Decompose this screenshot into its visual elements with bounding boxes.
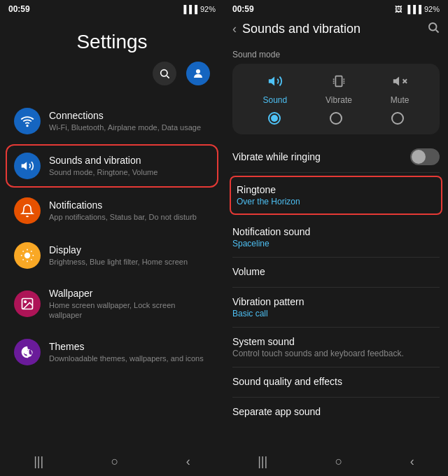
- vibration-pattern-row[interactable]: Vibration pattern Basic call: [232, 288, 440, 328]
- svg-point-15: [24, 301, 27, 303]
- svg-line-12: [23, 259, 24, 260]
- right-bottom-nav: ||| ○ ‹: [224, 449, 448, 476]
- sound-mode-vibrate-icon: [331, 74, 346, 92]
- sound-mode-section-label: Sound mode: [232, 44, 440, 64]
- vibrate-while-ringing-row[interactable]: Vibrate while ringing: [232, 141, 440, 173]
- notifications-title: Notifications: [49, 199, 210, 211]
- svg-line-17: [436, 30, 439, 33]
- notifications-subtitle: App notifications, Status bar, Do not di…: [49, 212, 210, 222]
- display-title: Display: [49, 244, 210, 256]
- profile-button[interactable]: [186, 62, 210, 85]
- right-header-left: ‹ Sounds and vibration: [232, 22, 360, 36]
- settings-item-sounds[interactable]: Sounds and vibration Sound mode, Rington…: [6, 144, 218, 188]
- connections-subtitle: Wi-Fi, Bluetooth, Airplane mode, Data us…: [49, 122, 210, 132]
- left-bottom-nav: ||| ○ ‹: [0, 449, 224, 476]
- radio-mute[interactable]: [391, 112, 404, 125]
- right-time: 00:59: [232, 4, 254, 14]
- separate-app-row[interactable]: Separate app sound: [232, 398, 440, 427]
- vibrate-toggle[interactable]: [410, 148, 440, 165]
- wallpaper-subtitle: Home screen wallpaper, Lock screen wallp…: [49, 300, 210, 321]
- sound-mode-sound-label: Sound: [262, 95, 287, 105]
- right-nav-back[interactable]: ‹: [410, 454, 414, 469]
- notification-sound-value: Spaceline: [232, 239, 440, 248]
- right-title: Sounds and vibration: [242, 22, 360, 36]
- search-row: [11, 62, 213, 85]
- wallpaper-title: Wallpaper: [49, 287, 210, 300]
- svg-point-16: [429, 23, 437, 31]
- separate-app-title: Separate app sound: [232, 406, 440, 417]
- wallpaper-text: Wallpaper Home screen wallpaper, Lock sc…: [49, 287, 210, 321]
- display-subtitle: Brightness, Blue light filter, Home scre…: [49, 257, 210, 267]
- right-nav-home[interactable]: ○: [335, 454, 343, 469]
- svg-rect-19: [335, 76, 342, 87]
- notification-sound-title: Notification sound: [232, 226, 440, 237]
- svg-point-0: [161, 70, 167, 76]
- svg-marker-18: [269, 77, 274, 86]
- system-sound-title: System sound: [232, 336, 440, 347]
- svg-point-3: [27, 125, 28, 127]
- settings-item-display[interactable]: Display Brightness, Blue light filter, H…: [6, 234, 218, 277]
- sound-option-vibrate[interactable]: Vibrate: [326, 74, 352, 105]
- notifications-text: Notifications App notifications, Status …: [49, 199, 210, 222]
- settings-item-themes[interactable]: Themes Downloadable themes, wallpapers, …: [6, 330, 218, 374]
- left-status-bar: 00:59 ▐▐▐ 92%: [0, 0, 224, 17]
- left-nav-back[interactable]: ‹: [186, 454, 190, 469]
- sound-quality-row[interactable]: Sound quality and effects: [232, 368, 440, 398]
- right-photo-icon: 🖼: [395, 5, 402, 13]
- sound-option-mute[interactable]: Mute: [391, 74, 410, 105]
- settings-item-notifications[interactable]: Notifications App notifications, Status …: [6, 189, 218, 232]
- signal-icon: ▐▐▐: [181, 5, 197, 13]
- radio-sound[interactable]: [268, 112, 281, 125]
- sound-mode-card: Sound Vibrate: [232, 64, 440, 134]
- ringtone-row[interactable]: Ringtone Over the Horizon: [230, 176, 442, 215]
- radio-sound-inner: [271, 115, 278, 122]
- themes-subtitle: Downloadable themes, wallpapers, and ico…: [49, 354, 210, 363]
- sound-mode-vibrate-label: Vibrate: [326, 95, 352, 105]
- settings-title-area: Settings: [0, 17, 224, 99]
- system-sound-subtitle: Control touch sounds and keyboard feedba…: [232, 349, 440, 358]
- left-nav-home[interactable]: ○: [111, 454, 119, 469]
- sound-mode-sound-icon: [267, 74, 283, 92]
- settings-list: Connections Wi-Fi, Bluetooth, Airplane m…: [0, 99, 224, 449]
- sound-option-sound[interactable]: Sound: [262, 74, 287, 105]
- right-nav-recent[interactable]: |||: [258, 454, 267, 469]
- vibrate-label: Vibrate while ringing: [232, 151, 321, 162]
- radio-vibrate[interactable]: [330, 112, 342, 125]
- right-status-bar: 00:59 🖼 ▐▐▐ 92%: [224, 0, 448, 17]
- wallpaper-icon: [14, 290, 41, 317]
- ringtone-title: Ringtone: [237, 184, 435, 195]
- svg-line-1: [167, 76, 169, 78]
- right-content: Sound mode Sound: [224, 44, 448, 449]
- volume-row[interactable]: Volume: [232, 258, 440, 288]
- notification-sound-row[interactable]: Notification sound Spaceline: [232, 218, 440, 258]
- sounds-subtitle: Sound mode, Ringtone, Volume: [49, 167, 210, 177]
- left-time: 00:59: [8, 4, 30, 14]
- sounds-text: Sounds and vibration Sound mode, Rington…: [49, 154, 210, 177]
- right-search-icon[interactable]: [427, 21, 440, 37]
- right-status-icons: 🖼 ▐▐▐ 92%: [395, 5, 440, 13]
- settings-item-connections[interactable]: Connections Wi-Fi, Bluetooth, Airplane m…: [6, 99, 218, 143]
- left-panel: 00:59 ▐▐▐ 92% Settings: [0, 0, 224, 476]
- sound-mode-mute-label: Mute: [391, 95, 410, 105]
- wifi-icon: [14, 108, 41, 134]
- svg-marker-4: [22, 162, 27, 170]
- system-sound-row[interactable]: System sound Control touch sounds and ke…: [232, 328, 440, 368]
- svg-line-13: [31, 251, 31, 252]
- toggle-knob: [412, 150, 426, 164]
- left-nav-recent[interactable]: |||: [34, 454, 43, 469]
- connections-title: Connections: [49, 109, 210, 122]
- sound-mode-mute-icon: [392, 74, 407, 92]
- svg-line-8: [23, 251, 24, 252]
- back-button[interactable]: ‹: [232, 22, 237, 36]
- sound-mode-radios: [244, 112, 428, 125]
- right-panel: 00:59 🖼 ▐▐▐ 92% ‹ Sounds and vibration S…: [224, 0, 448, 476]
- vibration-pattern-value: Basic call: [232, 309, 440, 318]
- svg-marker-26: [393, 77, 399, 86]
- battery-label: 92%: [200, 5, 216, 13]
- right-battery-label: 92%: [424, 5, 440, 13]
- sound-icon: [14, 153, 41, 179]
- notification-icon: [14, 197, 41, 224]
- search-button[interactable]: [153, 62, 176, 85]
- svg-point-2: [196, 69, 200, 74]
- settings-item-wallpaper[interactable]: Wallpaper Home screen wallpaper, Lock sc…: [6, 279, 218, 329]
